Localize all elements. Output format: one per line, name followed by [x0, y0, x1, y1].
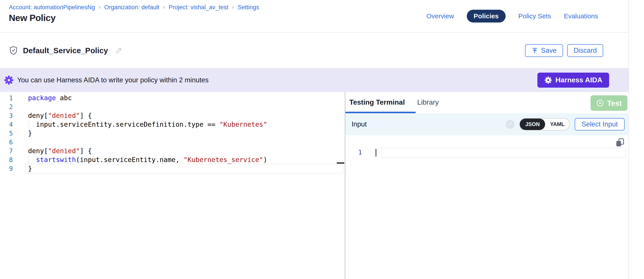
line-number: 5: [0, 130, 13, 137]
overview-ruler-cursor-marker: [337, 162, 344, 164]
breadcrumb-organization[interactable]: Organization: default: [104, 4, 159, 11]
breadcrumb-account[interactable]: Account: automationPipelinesNg: [9, 4, 95, 11]
aida-flower-icon: [4, 75, 14, 85]
play-circle-icon: [596, 99, 604, 107]
policy-title-bar: Default_Service_Policy Save: [0, 33, 628, 68]
code-line: 3 deny["denied"] {: [0, 111, 345, 120]
code-text: deny["denied"] {: [28, 111, 92, 120]
line-number: 2: [0, 103, 13, 110]
breadcrumb-settings[interactable]: Settings: [238, 4, 259, 11]
harness-aida-button[interactable]: Harness AIDA: [538, 72, 609, 88]
code-line: 7 deny["denied"] {: [0, 146, 345, 156]
code-line: 4 input.serviceEntity.serviceDefinition.…: [0, 120, 345, 129]
tab-overview[interactable]: Overview: [426, 12, 454, 20]
shield-check-icon: [9, 46, 18, 55]
aida-banner-message: You can use Harness AIDA to write your p…: [17, 76, 208, 84]
code-line: 8 startswith(input.serviceEntity.name, "…: [0, 156, 345, 164]
policy-name-group: Default_Service_Policy: [9, 33, 122, 68]
upload-icon: [532, 47, 538, 54]
code-text: deny["denied"] {: [28, 146, 92, 156]
discard-button[interactable]: Discard: [567, 44, 603, 57]
chevron-right-icon: ›: [163, 4, 165, 10]
main-area: 1 package abc 2 3 deny["denied"] { 4 inp…: [0, 92, 644, 279]
line-number: 6: [0, 138, 13, 146]
code-line: 9 }: [0, 164, 345, 173]
save-button[interactable]: Save: [525, 44, 563, 57]
policy-actions: Save Discard: [525, 44, 603, 57]
tab-library[interactable]: Library: [417, 98, 439, 106]
current-line-highlight: [374, 148, 626, 158]
text-cursor: [376, 149, 376, 156]
policy-nav-tabs: Overview Policies Policy Sets Evaluation…: [426, 0, 598, 32]
code-text: startswith(input.serviceEntity.name, "Ku…: [28, 156, 267, 164]
tab-testing-terminal[interactable]: Testing Terminal: [349, 98, 405, 106]
copy-icon[interactable]: [615, 137, 626, 148]
code-text: }: [28, 164, 32, 173]
aida-flower-icon: [544, 76, 552, 84]
breadcrumb: Account: automationPipelinesNg › Organiz…: [9, 4, 259, 11]
format-toggle: JSON YAML: [519, 118, 570, 130]
save-button-label: Save: [541, 46, 556, 54]
breadcrumb-project[interactable]: Project: vishal_av_test: [168, 4, 228, 11]
code-lines: 1 package abc 2 3 deny["denied"] { 4 inp…: [0, 94, 345, 173]
code-text: }: [28, 129, 32, 138]
tab-evaluations[interactable]: Evaluations: [564, 12, 598, 20]
line-number: 9: [0, 165, 13, 172]
code-text: package abc: [28, 94, 72, 102]
code-line: 1 package abc: [0, 94, 345, 102]
test-button-label: Test: [607, 99, 622, 108]
rego-editor[interactable]: 1 package abc 2 3 deny["denied"] { 4 inp…: [0, 92, 345, 279]
new-policy-page: Account: automationPipelinesNg › Organiz…: [0, 0, 644, 279]
input-section-header: Input JSON YAML Select Input: [346, 113, 628, 135]
git-branch-icon: [506, 120, 514, 129]
code-text: input.serviceEntity.serviceDefinition.ty…: [28, 120, 267, 129]
page-title: New Policy: [9, 13, 56, 23]
select-input-button[interactable]: Select Input: [575, 118, 624, 130]
chevron-right-icon: ›: [99, 4, 100, 10]
discard-button-label: Discard: [574, 46, 597, 54]
tab-policies[interactable]: Policies: [467, 10, 506, 22]
policy-name: Default_Service_Policy: [23, 46, 108, 55]
code-line: 5 }: [0, 129, 345, 138]
scrollbar-gutter: [628, 0, 644, 279]
terminal-tabs: Testing Terminal Library: [349, 92, 439, 112]
code-line: 2: [0, 102, 345, 111]
harness-aida-button-label: Harness AIDA: [556, 76, 602, 84]
input-editor[interactable]: 1: [346, 135, 628, 279]
input-label: Input: [352, 120, 367, 128]
code-line: 6: [0, 138, 345, 146]
test-button[interactable]: Test: [590, 95, 628, 111]
page-header: Account: automationPipelinesNg › Organiz…: [0, 0, 628, 32]
active-tab-underline: [346, 112, 416, 113]
line-number: 1: [346, 149, 362, 156]
chevron-right-icon: ›: [232, 4, 234, 10]
format-option-json[interactable]: JSON: [520, 118, 545, 130]
line-number: 7: [0, 148, 13, 155]
line-number: 1: [0, 94, 13, 102]
format-option-yaml[interactable]: YAML: [545, 118, 570, 130]
tab-policy-sets[interactable]: Policy Sets: [518, 12, 551, 20]
edit-pencil-icon[interactable]: [115, 47, 122, 54]
line-number: 8: [0, 156, 13, 164]
input-header-actions: JSON YAML Select Input: [506, 118, 624, 130]
aida-banner: You can use Harness AIDA to write your p…: [0, 68, 628, 92]
line-number: 4: [0, 121, 13, 128]
testing-terminal-panel: Testing Terminal Library Test Input: [346, 92, 628, 279]
line-number: 3: [0, 112, 13, 120]
